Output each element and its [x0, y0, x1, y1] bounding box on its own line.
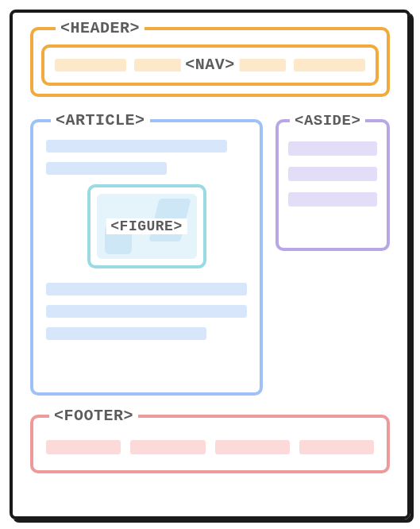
nav-label: <NAV>	[180, 57, 240, 73]
aside-text-placeholder	[288, 141, 377, 156]
footer-label: <FOOTER>	[49, 408, 138, 424]
footer-item-placeholder	[46, 440, 121, 454]
article-text-placeholder	[46, 140, 227, 153]
nav-region: <NAV>	[41, 44, 379, 86]
aside-text-placeholder	[288, 167, 377, 181]
article-text-placeholder	[46, 327, 206, 340]
footer-item-placeholder	[130, 440, 205, 454]
footer-item-placeholder	[215, 440, 290, 454]
footer-item-placeholder	[299, 440, 374, 454]
page-layout-diagram: <HEADER> <NAV> <ARTICLE> <FIGURE> <AS	[10, 10, 410, 519]
article-text-placeholder	[46, 305, 247, 318]
header-label: <HEADER>	[56, 21, 144, 37]
aside-region: <ASIDE>	[276, 119, 390, 251]
article-label: <ARTICLE>	[51, 113, 150, 129]
article-region: <ARTICLE> <FIGURE>	[30, 119, 263, 396]
figure-region: <FIGURE>	[87, 184, 206, 268]
article-text-placeholder	[46, 283, 247, 295]
aside-text-placeholder	[288, 192, 377, 207]
main-row: <ARTICLE> <FIGURE> <ASIDE>	[30, 119, 390, 396]
nav-item-placeholder	[55, 59, 126, 71]
footer-region: <FOOTER>	[30, 415, 390, 473]
nav-item-placeholder	[294, 59, 365, 71]
article-text-placeholder	[46, 162, 167, 175]
figure-label: <FIGURE>	[106, 218, 187, 234]
aside-label: <ASIDE>	[290, 113, 365, 129]
header-region: <HEADER> <NAV>	[30, 27, 390, 97]
